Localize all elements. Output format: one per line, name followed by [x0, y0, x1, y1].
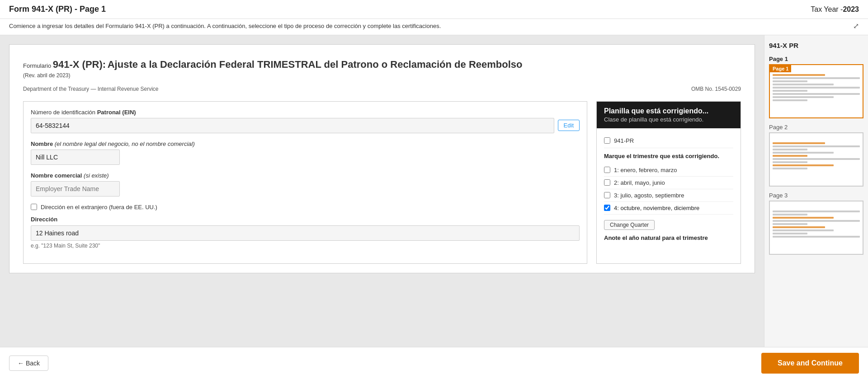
quarter-3-checkbox[interactable] — [604, 192, 610, 198]
checkbox-941pr[interactable] — [604, 137, 610, 144]
panel-subtitle: Clase de planilla que está corrigiendo. — [604, 116, 733, 123]
form-rev: (Rev. abril de 2023) — [23, 72, 522, 79]
sidebar-page-3[interactable]: Page 3 — [769, 192, 863, 255]
main-content: Formulario 941-X (PR): Ajuste a la Decla… — [0, 35, 868, 347]
right-panel-body: 941-PR Marque el trimestre que está corr… — [597, 128, 741, 247]
panel-title: Planilla que está corrigiendo... — [604, 107, 733, 115]
foreign-address-checkbox[interactable] — [31, 204, 37, 210]
footer-bar: ← Back Save and Continue — [0, 347, 868, 379]
sidebar-page-1[interactable]: Page 1 Page 1 — [769, 56, 863, 118]
quarter-3-label: 3: julio, agosto, septiembre — [614, 192, 684, 199]
sidebar-page-3-label: Page 3 — [769, 192, 863, 199]
quarter-1-checkbox[interactable] — [604, 167, 610, 173]
quarter-4-label: 4: octubre, noviembre, diciembre — [614, 205, 699, 211]
back-button[interactable]: ← Back — [9, 356, 48, 371]
trade-name-input[interactable] — [31, 181, 120, 197]
ein-input-row: Edit — [31, 118, 580, 133]
sidebar-page-1-label: Page 1 — [769, 56, 863, 62]
checkbox-941pr-row: 941-PR — [604, 134, 733, 148]
tax-year: Tax Year -2023 — [811, 5, 859, 14]
form-right-panel: Planilla que está corrigiendo... Clase d… — [596, 101, 741, 264]
sidebar-thumb-1: Page 1 — [769, 64, 863, 118]
name-input[interactable] — [31, 150, 120, 165]
quarter-2-label: 2: abril, mayo, junio — [614, 179, 665, 186]
quarter-row-1: 1: enero, febrero, marzo — [604, 164, 733, 177]
header: Form 941-X (PR) - Page 1 Tax Year -2023 — [0, 0, 868, 19]
quarter-row-2: 2: abril, mayo, junio — [604, 177, 733, 189]
sidebar-title: 941-X PR — [769, 40, 863, 51]
address-section-label: Dirección — [31, 216, 580, 223]
ein-input[interactable] — [31, 118, 554, 133]
address-hint: e.g. "123 Main St, Suite 230" — [31, 243, 580, 249]
foreign-address-label: Dirección en el extranjero (fuera de EE.… — [41, 204, 157, 211]
name-field-row: Nombre (el nombre legal del negocio, no … — [31, 140, 580, 165]
trade-name-field-row: Nombre comercial (si existe) — [31, 172, 580, 197]
ein-field-row: Número de identificación Patronal (EIN) … — [31, 109, 580, 133]
sidebar-thumb-3 — [769, 201, 863, 255]
quarter-1-label: 1: enero, febrero, marzo — [614, 167, 677, 173]
trade-name-label: Nombre comercial (si existe) — [31, 172, 580, 179]
anote-section: Anote el año natural para el trimestre — [604, 234, 733, 241]
form-number-label: Formulario 941-X (PR): Ajuste a la Decla… — [23, 58, 522, 71]
form-area: Formulario 941-X (PR): Ajuste a la Decla… — [0, 35, 764, 347]
page-title: Form 941-X (PR) - Page 1 — [9, 5, 106, 14]
active-page-badge: Page 1 — [770, 65, 791, 72]
checkbox-941pr-label: 941-PR — [614, 137, 634, 144]
quarter-row-4: 4: octubre, noviembre, diciembre — [604, 202, 733, 215]
foreign-address-row: Dirección en el extranjero (fuera de EE.… — [31, 204, 580, 211]
expand-icon[interactable]: ⤢ — [853, 22, 859, 30]
form-doc-header: Formulario 941-X (PR): Ajuste a la Decla… — [23, 58, 741, 92]
sidebar-thumb-2 — [769, 132, 863, 187]
address-field-row: Dirección e.g. "123 Main St, Suite 230" — [31, 216, 580, 249]
form-columns: Número de identificación Patronal (EIN) … — [23, 101, 741, 264]
quarter-4-checkbox[interactable] — [604, 205, 610, 211]
form-left-panel: Número de identificación Patronal (EIN) … — [23, 101, 587, 264]
change-quarter-button[interactable]: Change Quarter — [604, 220, 655, 230]
name-label: Nombre (el nombre legal del negocio, no … — [31, 140, 580, 147]
address-input[interactable] — [31, 225, 580, 241]
sidebar: 941-X PR Page 1 Page 1 — [764, 35, 868, 347]
right-panel-header: Planilla que está corrigiendo... Clase d… — [597, 102, 741, 128]
ein-label: Número de identificación Patronal (EIN) — [31, 109, 580, 116]
quarter-row-3: 3: julio, agosto, septiembre — [604, 189, 733, 202]
sidebar-page-2-label: Page 2 — [769, 124, 863, 131]
subheader: Comience a ingresar los detalles del For… — [0, 19, 868, 35]
form-document: Formulario 941-X (PR): Ajuste a la Decla… — [9, 44, 755, 273]
quarter-section-title: Marque el trimestre que está corrigiendo… — [604, 153, 733, 159]
save-continue-button[interactable]: Save and Continue — [761, 353, 859, 374]
form-dept: Department of the Treasury — Internal Re… — [23, 86, 158, 92]
omb-number: OMB No. 1545-0029 — [691, 86, 741, 92]
sidebar-page-2[interactable]: Page 2 — [769, 124, 863, 187]
form-main-title: Ajuste a la Declaración Federal TRIMESTR… — [108, 59, 523, 70]
subheader-instruction: Comience a ingresar los detalles del For… — [9, 23, 441, 29]
ein-edit-button[interactable]: Edit — [558, 120, 580, 131]
quarter-2-checkbox[interactable] — [604, 179, 610, 186]
